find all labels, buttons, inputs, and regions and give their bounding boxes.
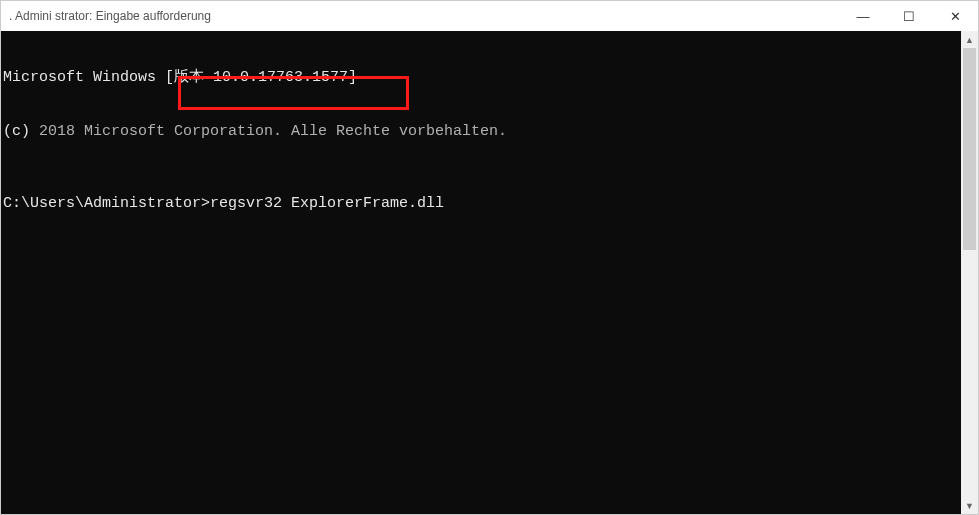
scroll-track[interactable]: [961, 48, 978, 497]
minimize-icon: —: [857, 9, 870, 24]
close-icon: ✕: [950, 9, 961, 24]
command-prompt-window: . Admini strator: Eingabe aufforderung —…: [0, 0, 979, 515]
console-output[interactable]: Microsoft Windows [版本 10.0.17763.1577] (…: [1, 31, 961, 514]
scroll-up-button[interactable]: ▲: [961, 31, 978, 48]
titlebar[interactable]: . Admini strator: Eingabe aufforderung —…: [1, 1, 978, 31]
maximize-icon: ☐: [903, 9, 915, 24]
client-area: Microsoft Windows [版本 10.0.17763.1577] (…: [1, 31, 978, 514]
vertical-scrollbar[interactable]: ▲ ▼: [961, 31, 978, 514]
minimize-button[interactable]: —: [840, 1, 886, 31]
version-line: Microsoft Windows [版本 10.0.17763.1577]: [3, 69, 961, 87]
scroll-down-button[interactable]: ▼: [961, 497, 978, 514]
copyright-text: 2018 Microsoft Corporation. Alle Rechte …: [30, 123, 507, 140]
typed-command: regsvr32 ExplorerFrame.dll: [210, 195, 444, 213]
copyright-line: (c) 2018 Microsoft Corporation. Alle Rec…: [3, 123, 961, 141]
scroll-thumb[interactable]: [963, 48, 976, 250]
prompt-path: C:\Users\Administrator>: [3, 195, 210, 213]
chevron-down-icon: ▼: [965, 501, 974, 511]
copyright-mark: (c): [3, 123, 30, 140]
maximize-button[interactable]: ☐: [886, 1, 932, 31]
window-controls: — ☐ ✕: [840, 1, 978, 31]
prompt-row: C:\Users\Administrator>regsvr32 Explorer…: [3, 195, 961, 213]
window-title: . Admini strator: Eingabe aufforderung: [9, 1, 211, 31]
close-button[interactable]: ✕: [932, 1, 978, 31]
chevron-up-icon: ▲: [965, 35, 974, 45]
